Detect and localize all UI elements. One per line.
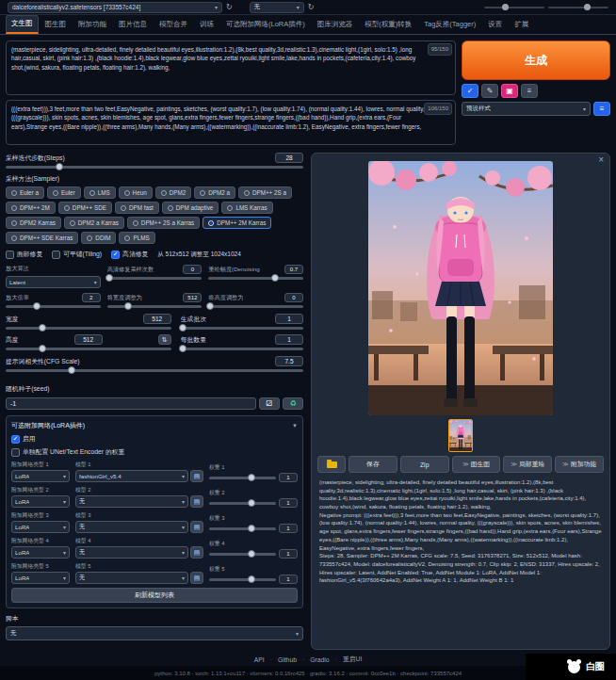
seed-input[interactable]: -1: [6, 397, 256, 410]
api-link[interactable]: API: [254, 656, 265, 663]
height-slider[interactable]: 高度 512 ⇅: [6, 334, 171, 350]
tab-additional-networks[interactable]: 可选附加网络(LoRA插件): [220, 16, 311, 34]
tab-image-browser[interactable]: 图库浏览器: [312, 16, 359, 34]
cfg-input[interactable]: 7.5: [275, 356, 303, 366]
slider-handle[interactable]: [39, 345, 46, 352]
batch-size-slider[interactable]: 每批数量1: [181, 334, 303, 350]
tab-checkpoint-merger[interactable]: 模型合并: [154, 16, 193, 34]
tab-extras[interactable]: 附加功能: [73, 16, 112, 34]
addnet-enable-checkbox[interactable]: 启用: [11, 434, 298, 444]
close-icon[interactable]: ×: [598, 154, 604, 165]
slider-handle[interactable]: [124, 302, 132, 310]
slider-handle[interactable]: [56, 163, 63, 170]
clip-skip-slider[interactable]: [484, 7, 544, 8]
paste-params-button[interactable]: ✓: [462, 84, 478, 98]
slider-handle[interactable]: [179, 324, 186, 332]
github-link[interactable]: Github: [278, 656, 297, 663]
swap-dimensions-button[interactable]: ⇅: [158, 334, 171, 345]
sampler-option[interactable]: DPM++ 2S a Karras: [127, 217, 200, 229]
save-button[interactable]: 保存: [349, 456, 397, 473]
refresh-models-button[interactable]: 刷新模型列表: [11, 588, 298, 603]
result-thumbnail[interactable]: [448, 419, 473, 452]
refresh-vae-icon[interactable]: ↻: [308, 4, 315, 11]
addnet-type-select[interactable]: LoRA▾: [11, 495, 70, 508]
sampler-option[interactable]: LMS: [84, 186, 116, 199]
slider-handle[interactable]: [179, 345, 186, 352]
steps-input[interactable]: 28: [275, 153, 303, 163]
model-info-button[interactable]: ▤: [190, 572, 203, 584]
prompt-textarea[interactable]: (masterpiece, sidelighting, ultra-detail…: [6, 40, 456, 95]
resize-width-input[interactable]: 512: [183, 293, 202, 302]
clear-prompt-button[interactable]: ✎: [481, 84, 498, 98]
model-info-button[interactable]: ▤: [190, 495, 203, 508]
slider-track[interactable]: [6, 369, 303, 372]
model-info-button[interactable]: ▤: [190, 470, 203, 482]
send-to-inpaint-button[interactable]: ≫局部重绘: [503, 456, 552, 473]
tab-png-info[interactable]: 图片信息: [113, 16, 153, 34]
sampler-option[interactable]: DPM2: [155, 186, 192, 199]
sampler-option[interactable]: DPM2 a Karras: [64, 217, 124, 229]
slider-track[interactable]: [6, 348, 171, 350]
send-to-extras-button[interactable]: ≫附加功能: [555, 456, 604, 473]
slider-handle[interactable]: [584, 4, 591, 10]
weight-input[interactable]: 1: [279, 473, 298, 482]
eta-noise-slider[interactable]: [548, 7, 608, 8]
random-seed-button[interactable]: ⚂: [259, 397, 280, 410]
slider-handle[interactable]: [248, 575, 255, 583]
slider-handle[interactable]: [248, 550, 255, 558]
upscale-by-input[interactable]: 2: [82, 293, 101, 302]
gradio-link[interactable]: Gradio: [310, 656, 329, 663]
styles-select[interactable]: 预设样式 ▾: [462, 102, 591, 116]
slider-track[interactable]: [107, 305, 203, 308]
script-select[interactable]: 无 ▾: [6, 626, 303, 640]
sampler-option[interactable]: LMS Karras: [221, 202, 272, 214]
addnet-type-select[interactable]: LoRA▾: [11, 546, 70, 559]
hires-steps-input[interactable]: 0: [183, 265, 202, 274]
slider-track[interactable]: [6, 305, 101, 308]
sampler-option[interactable]: PLMS: [119, 232, 154, 244]
width-input[interactable]: 512: [143, 314, 171, 324]
batch-count-input[interactable]: 1: [275, 314, 303, 324]
restart-ui-link[interactable]: 重启UI: [343, 655, 362, 664]
weight-input[interactable]: 1: [279, 549, 298, 559]
sampler-option[interactable]: Euler: [47, 186, 81, 199]
addnet-model-select[interactable]: 无▾: [75, 546, 188, 559]
slider-track[interactable]: [6, 327, 171, 330]
steps-slider[interactable]: 采样迭代步数(Steps) 28: [6, 153, 303, 169]
sampler-option[interactable]: DDIM: [81, 232, 116, 244]
sampler-option[interactable]: DPM++ 2M: [6, 202, 56, 214]
open-folder-button[interactable]: [317, 456, 346, 473]
addnet-separate-weights-checkbox[interactable]: 单独配置 UNet/Text Encoder 的权重: [11, 447, 298, 457]
slider-handle[interactable]: [39, 324, 46, 332]
sampler-option[interactable]: DPM++ 2S a: [238, 186, 292, 199]
resize-height-input[interactable]: 0: [284, 293, 303, 302]
refresh-checkpoint-icon[interactable]: ↻: [226, 4, 233, 11]
slider-handle[interactable]: [248, 525, 255, 532]
negative-prompt-textarea[interactable]: (((extra feet))),3 feet,more than two fe…: [6, 100, 456, 145]
sampler-option[interactable]: Heun: [119, 186, 153, 199]
addnet-type-select[interactable]: LoRA▾: [11, 521, 70, 533]
slider-track[interactable]: [209, 553, 276, 556]
tab-extensions[interactable]: 扩展: [509, 16, 534, 34]
send-to-img2img-button[interactable]: ≫图生图: [452, 456, 501, 473]
addnet-type-select[interactable]: LoRA▾: [11, 572, 70, 584]
sampler-option[interactable]: DPM2 Karras: [6, 217, 61, 229]
model-info-button[interactable]: ▤: [190, 546, 203, 559]
tab-tagger[interactable]: Tag反推(Tagger): [418, 16, 481, 34]
batch-count-slider[interactable]: 生成批次1: [181, 314, 303, 330]
sampler-option[interactable]: DPM adaptive: [162, 202, 219, 214]
addnet-model-select[interactable]: fashionGirl_v5.4▾: [75, 470, 188, 482]
slider-track[interactable]: [209, 477, 276, 479]
addnet-model-select[interactable]: 无▾: [75, 495, 188, 508]
addnet-model-select[interactable]: 无▾: [75, 521, 188, 533]
vae-select[interactable]: 无 ▾: [250, 2, 304, 13]
tab-txt2img[interactable]: 文生图: [6, 15, 39, 34]
sampler-option[interactable]: DPM++ SDE Karras: [6, 232, 78, 244]
upscaler-select[interactable]: Latent ▾: [6, 276, 101, 288]
cfg-slider[interactable]: 提示词相关性(CFG Scale) 7.5: [6, 356, 303, 372]
addnet-model-select[interactable]: 无▾: [75, 572, 188, 584]
slider-track[interactable]: [6, 166, 303, 169]
sampler-option[interactable]: DPM2 a: [194, 186, 235, 199]
zip-button[interactable]: Zip: [400, 456, 449, 473]
addnet-type-select[interactable]: LoRA▾: [11, 470, 70, 482]
